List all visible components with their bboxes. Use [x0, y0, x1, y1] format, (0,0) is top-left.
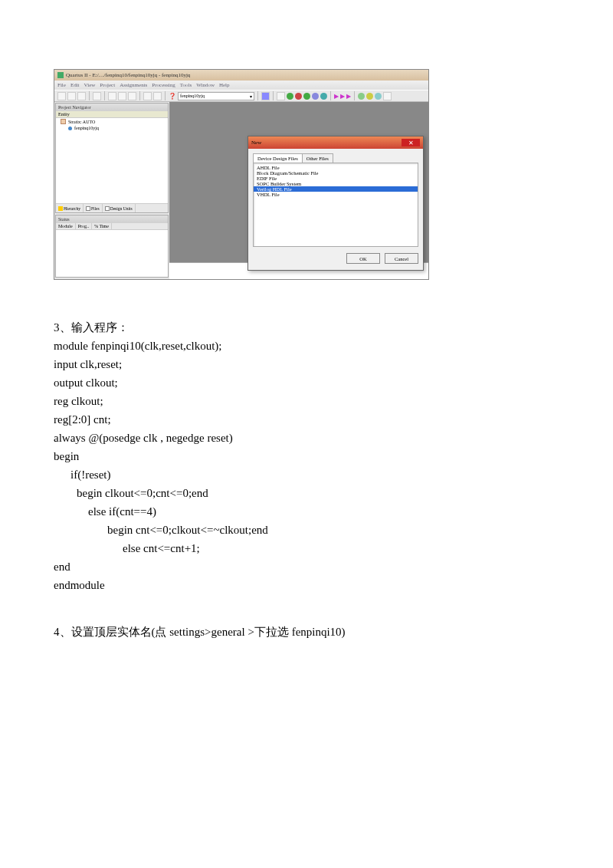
toolbar-separator	[330, 91, 331, 100]
tab-files[interactable]: Files	[84, 204, 103, 212]
menubar: File Edit View Project Assignments Proce…	[54, 81, 428, 90]
print-button[interactable]	[93, 92, 101, 100]
list-item[interactable]: VHDL File	[254, 192, 418, 197]
menu-view[interactable]: View	[84, 82, 96, 88]
tab-other-files[interactable]: Other Files	[302, 153, 333, 163]
menu-processing[interactable]: Processing	[152, 82, 175, 88]
status-dot-icon[interactable]	[303, 93, 310, 100]
tool-icon[interactable]	[375, 93, 382, 100]
code-line: always @(posedge clk , negedge reset)	[54, 429, 559, 447]
code-line: endmodule	[54, 576, 559, 594]
code-line: module fenpinqi10(clk,reset,clkout);	[54, 337, 559, 355]
file-type-list[interactable]: AHDL File Block Diagram/Schematic File E…	[253, 163, 418, 247]
menu-edit[interactable]: Edit	[70, 82, 80, 88]
list-item[interactable]: EDIF File	[254, 176, 418, 181]
new-file-dialog: New ✕ Device Design Files Other Files AH…	[247, 136, 424, 271]
code-line: reg[2:0] cnt;	[54, 410, 559, 429]
toolbar-separator	[273, 91, 274, 100]
nav-entity-label: fenpinq10yjq	[74, 126, 99, 130]
play-icon[interactable]: ▶	[346, 93, 351, 100]
status-dot-icon[interactable]	[287, 93, 293, 100]
toolbar-separator	[257, 91, 258, 100]
status-dot-icon[interactable]	[320, 93, 327, 100]
new-button[interactable]	[57, 92, 66, 100]
copy-button[interactable]	[118, 92, 126, 100]
save-button[interactable]	[77, 92, 86, 100]
toolbar-separator	[354, 91, 355, 100]
tab-design-units[interactable]: Design Units	[103, 204, 136, 212]
ok-button[interactable]: OK	[346, 253, 380, 264]
toolbar-separator	[89, 91, 90, 100]
code-line: else if(cnt==4)	[54, 502, 559, 521]
tab-device-design-files[interactable]: Device Design Files	[253, 153, 303, 163]
nav-device-row[interactable]: Stratix: AUTO	[56, 118, 168, 125]
window-title: Quartus II - E:/…/fenpinq10/fenpinq10yjq…	[66, 72, 190, 78]
tool-icon[interactable]	[358, 93, 365, 100]
status-panel: Status Module Prog.. % Time	[55, 215, 169, 278]
nav-device-label: Stratix: AUTO	[68, 120, 95, 124]
menu-assignments[interactable]: Assignments	[120, 82, 147, 88]
col-module: Module	[56, 223, 76, 229]
dialog-tabs: Device Design Files Other Files	[253, 153, 418, 163]
list-item[interactable]: Block Diagram/Schematic File	[254, 170, 418, 176]
play-icon[interactable]: ▶	[334, 93, 339, 100]
col-time: % Time	[92, 223, 112, 229]
entity-icon	[68, 127, 72, 130]
close-button[interactable]: ✕	[402, 139, 420, 146]
chip-icon	[61, 119, 66, 124]
help-icon[interactable]: ❓	[169, 93, 176, 100]
cancel-button[interactable]: Cancel	[385, 253, 418, 264]
menu-help[interactable]: Help	[219, 82, 230, 88]
entity-combo[interactable]: fenpinq10yjq ▾	[178, 92, 254, 100]
tool-button[interactable]	[383, 92, 392, 100]
navigator-header: Entity	[56, 111, 168, 118]
dialog-body: Device Design Files Other Files AHDL Fil…	[248, 149, 423, 268]
status-dot-icon[interactable]	[312, 93, 319, 100]
tool-button[interactable]	[261, 92, 270, 100]
code-line: input clk,reset;	[54, 355, 559, 373]
dialog-title: New	[251, 140, 261, 146]
file-icon	[86, 206, 90, 211]
project-navigator-panel: Project Navigator Entity Stratix: AUTO f…	[55, 103, 169, 213]
col-progress: Prog..	[76, 223, 92, 229]
menu-window[interactable]: Window	[196, 82, 215, 88]
navigator-body: Entity Stratix: AUTO fenpinq10yjq	[56, 111, 168, 203]
fast-forward-icon[interactable]: ▶	[340, 93, 345, 100]
toolbar: ❓ fenpinq10yjq ▾ ▶ ▶ ▶	[54, 90, 428, 102]
status-body: Module Prog.. % Time	[56, 223, 168, 277]
file-icon	[105, 206, 110, 211]
dialog-buttons: OK Cancel	[253, 247, 418, 264]
section-3-code: 3、输入程序： module fenpinqi10(clk,reset,clko…	[54, 318, 559, 594]
tab-hierarchy[interactable]: Hierarchy	[56, 204, 84, 212]
open-button[interactable]	[67, 92, 76, 100]
list-item[interactable]: SOPC Builder System	[254, 181, 418, 186]
code-line: reg clkout;	[54, 392, 559, 410]
code-line: begin cnt<=0;clkout<=~clkout;end	[54, 521, 559, 539]
window-titlebar: Quartus II - E:/…/fenpinq10/fenpinq10yjq…	[54, 70, 428, 81]
menu-tools[interactable]: Tools	[180, 82, 192, 88]
combo-value: fenpinq10yjq	[180, 94, 205, 98]
status-dot-icon[interactable]	[295, 93, 302, 100]
paste-button[interactable]	[128, 92, 136, 100]
list-item-selected[interactable]: Verilog HDL File	[254, 186, 418, 192]
menu-project[interactable]: Project	[100, 82, 115, 88]
nav-entity-row[interactable]: fenpinq10yjq	[56, 125, 168, 131]
toolbar-separator	[139, 91, 140, 100]
menu-file[interactable]: File	[57, 82, 66, 88]
left-column: Project Navigator Entity Stratix: AUTO f…	[54, 102, 169, 279]
toolbar-separator	[165, 91, 166, 100]
app-icon	[57, 72, 64, 78]
panel-title: Status	[56, 215, 168, 223]
cut-button[interactable]	[108, 92, 116, 100]
code-line: if(!reset)	[54, 465, 559, 484]
status-header: Module Prog.. % Time	[56, 223, 168, 230]
list-item[interactable]: AHDL File	[254, 165, 418, 170]
warning-icon	[58, 206, 63, 211]
quartus-screenshot: Quartus II - E:/…/fenpinq10/fenpinq10yjq…	[54, 69, 429, 280]
tool-button[interactable]	[277, 92, 285, 100]
code-line: begin clkout<=0;cnt<=0;end	[54, 484, 559, 502]
code-line: output clkout;	[54, 373, 559, 392]
tool-icon[interactable]	[366, 93, 373, 100]
redo-button[interactable]	[153, 92, 162, 100]
undo-button[interactable]	[143, 92, 152, 100]
